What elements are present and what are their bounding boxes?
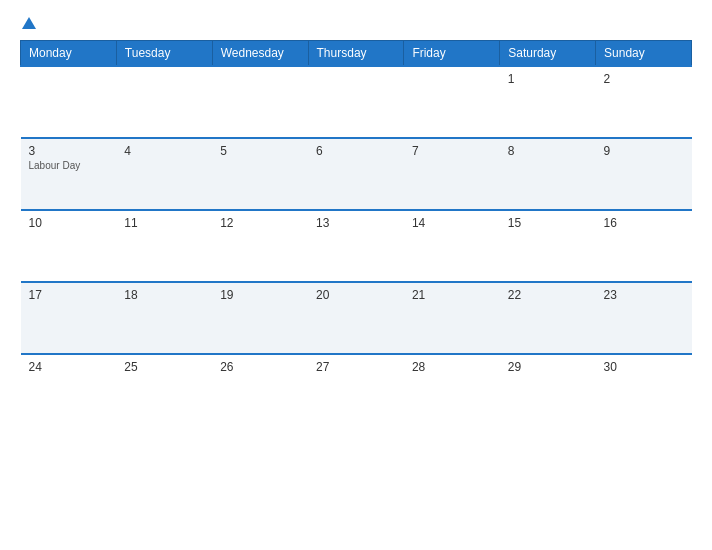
day-number: 27: [316, 360, 396, 374]
day-number: 16: [604, 216, 684, 230]
calendar-cell: 20: [308, 282, 404, 354]
day-number: 12: [220, 216, 300, 230]
logo-triangle-icon: [22, 17, 36, 29]
day-number: 21: [412, 288, 492, 302]
calendar-cell: 29: [500, 354, 596, 426]
day-number: 3: [29, 144, 109, 158]
calendar-cell: 10: [21, 210, 117, 282]
calendar-cell: 4: [116, 138, 212, 210]
calendar-week-5: 24252627282930: [21, 354, 692, 426]
calendar-cell: 15: [500, 210, 596, 282]
day-number: 14: [412, 216, 492, 230]
weekday-monday: Monday: [21, 41, 117, 67]
day-number: 4: [124, 144, 204, 158]
weekday-friday: Friday: [404, 41, 500, 67]
calendar-cell: [404, 66, 500, 138]
calendar-cell: [212, 66, 308, 138]
day-event: Labour Day: [29, 160, 109, 171]
logo: [20, 18, 36, 30]
calendar-cell: 6: [308, 138, 404, 210]
calendar-page: MondayTuesdayWednesdayThursdayFridaySatu…: [0, 0, 712, 550]
calendar-cell: 27: [308, 354, 404, 426]
calendar-cell: 9: [596, 138, 692, 210]
calendar-cell: 11: [116, 210, 212, 282]
calendar-cell: 5: [212, 138, 308, 210]
calendar-week-4: 17181920212223: [21, 282, 692, 354]
day-number: 24: [29, 360, 109, 374]
calendar-cell: 30: [596, 354, 692, 426]
calendar-cell: [21, 66, 117, 138]
calendar-cell: 1: [500, 66, 596, 138]
day-number: 5: [220, 144, 300, 158]
calendar-cell: 17: [21, 282, 117, 354]
day-number: 29: [508, 360, 588, 374]
day-number: 10: [29, 216, 109, 230]
weekday-header-row: MondayTuesdayWednesdayThursdayFridaySatu…: [21, 41, 692, 67]
calendar-week-2: 3Labour Day456789: [21, 138, 692, 210]
day-number: 25: [124, 360, 204, 374]
day-number: 2: [604, 72, 684, 86]
day-number: 6: [316, 144, 396, 158]
weekday-thursday: Thursday: [308, 41, 404, 67]
day-number: 7: [412, 144, 492, 158]
calendar-cell: 25: [116, 354, 212, 426]
calendar-week-3: 10111213141516: [21, 210, 692, 282]
weekday-saturday: Saturday: [500, 41, 596, 67]
day-number: 13: [316, 216, 396, 230]
day-number: 28: [412, 360, 492, 374]
calendar-cell: 7: [404, 138, 500, 210]
day-number: 20: [316, 288, 396, 302]
weekday-wednesday: Wednesday: [212, 41, 308, 67]
calendar-cell: 3Labour Day: [21, 138, 117, 210]
calendar-cell: 26: [212, 354, 308, 426]
calendar-cell: 8: [500, 138, 596, 210]
calendar-body: 123Labour Day456789101112131415161718192…: [21, 66, 692, 426]
weekday-tuesday: Tuesday: [116, 41, 212, 67]
calendar-cell: 19: [212, 282, 308, 354]
day-number: 30: [604, 360, 684, 374]
day-number: 8: [508, 144, 588, 158]
day-number: 17: [29, 288, 109, 302]
calendar-cell: 28: [404, 354, 500, 426]
calendar-header: MondayTuesdayWednesdayThursdayFridaySatu…: [21, 41, 692, 67]
day-number: 19: [220, 288, 300, 302]
header: [20, 18, 692, 30]
calendar-week-1: 12: [21, 66, 692, 138]
calendar-cell: [308, 66, 404, 138]
calendar-cell: 18: [116, 282, 212, 354]
calendar-cell: 2: [596, 66, 692, 138]
calendar-cell: 13: [308, 210, 404, 282]
day-number: 9: [604, 144, 684, 158]
day-number: 22: [508, 288, 588, 302]
calendar-cell: [116, 66, 212, 138]
calendar-cell: 24: [21, 354, 117, 426]
weekday-sunday: Sunday: [596, 41, 692, 67]
calendar-cell: 14: [404, 210, 500, 282]
day-number: 18: [124, 288, 204, 302]
day-number: 1: [508, 72, 588, 86]
day-number: 23: [604, 288, 684, 302]
calendar-cell: 16: [596, 210, 692, 282]
day-number: 26: [220, 360, 300, 374]
day-number: 15: [508, 216, 588, 230]
calendar-table: MondayTuesdayWednesdayThursdayFridaySatu…: [20, 40, 692, 426]
calendar-cell: 12: [212, 210, 308, 282]
calendar-cell: 23: [596, 282, 692, 354]
calendar-cell: 21: [404, 282, 500, 354]
calendar-cell: 22: [500, 282, 596, 354]
day-number: 11: [124, 216, 204, 230]
